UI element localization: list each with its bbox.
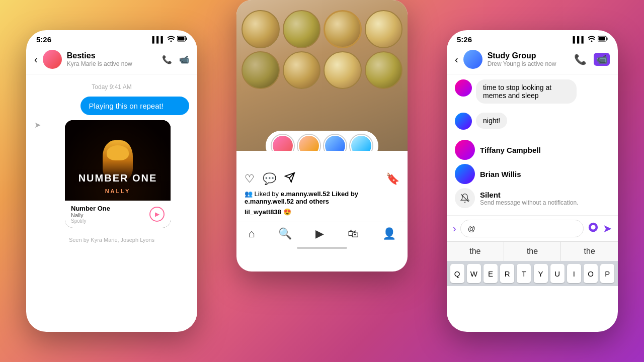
music-art: NUMBER ONENALLY bbox=[65, 120, 171, 201]
record-icon[interactable] bbox=[588, 222, 599, 235]
message-list: time to stop looking at memes and sleep … bbox=[447, 74, 618, 215]
caption-user: lil_wyatt838 bbox=[245, 208, 281, 216]
story-avatar-3[interactable] bbox=[324, 135, 346, 151]
chat-header-info: Besties Kyra Marie is active now bbox=[67, 51, 157, 67]
key-U[interactable]: U bbox=[550, 264, 565, 283]
key-Y[interactable]: Y bbox=[534, 264, 548, 283]
right-video-icon[interactable]: 📹 bbox=[594, 53, 610, 66]
signal-icon: ▌▌▌ bbox=[152, 36, 165, 43]
header-actions: 📞 📹 bbox=[162, 55, 189, 64]
nav-home[interactable]: ⌂ bbox=[248, 227, 255, 240]
music-card: NUMBER ONENALLY Number One Nally Spotify… bbox=[65, 120, 171, 228]
right-back-button[interactable]: ‹ bbox=[455, 54, 458, 65]
music-card-info: Number One Nally Spotify ▶ bbox=[65, 201, 171, 228]
ig-liked: 👥 Liked by e.manny.well.52 Liked by e.ma… bbox=[236, 189, 408, 207]
cheese-6 bbox=[283, 51, 321, 89]
msg-avatar-2 bbox=[455, 113, 472, 130]
cheese-grid bbox=[236, 0, 408, 99]
caption-emoji: 😍 bbox=[283, 208, 291, 216]
right-header-actions: 📞 📹 bbox=[574, 53, 610, 66]
suggestion-3[interactable]: the bbox=[561, 242, 618, 261]
home-bar bbox=[297, 247, 347, 249]
phone-icon[interactable]: 📞 bbox=[162, 55, 172, 64]
video-icon[interactable]: 📹 bbox=[179, 55, 189, 64]
message-input[interactable]: @ bbox=[460, 220, 584, 237]
key-T[interactable]: T bbox=[517, 264, 531, 283]
right-status-bar: 5:26 ▌▌▌ bbox=[447, 30, 618, 46]
key-Q[interactable]: Q bbox=[450, 264, 464, 283]
input-row: › @ ➤ bbox=[447, 215, 618, 241]
song-title-overlay: NUMBER ONENALLY bbox=[65, 172, 171, 196]
message-row-1: time to stop looking at memes and sleep bbox=[455, 79, 610, 108]
song-artist: Nally bbox=[71, 212, 110, 218]
nav-reels[interactable]: ▶ bbox=[315, 227, 324, 240]
date-label: Today 9:41 AM bbox=[34, 83, 189, 90]
ig-caption: lil_wyatt838 😍 bbox=[236, 207, 408, 219]
contact-brian: Brian Willis bbox=[455, 162, 610, 186]
suggestion-1[interactable]: the bbox=[447, 242, 504, 261]
artist-overlay: NALLY bbox=[105, 188, 131, 194]
ig-nav: ⌂ 🔍 ▶ 🛍 👤 bbox=[236, 222, 408, 243]
key-E[interactable]: E bbox=[484, 264, 498, 283]
silent-info: Silent Send message without a notificati… bbox=[480, 191, 578, 206]
brian-avatar bbox=[455, 164, 475, 184]
brian-name: Brian Willis bbox=[480, 170, 521, 178]
left-status-bar: 5:26 ▌▌▌ bbox=[26, 30, 197, 46]
right-phone-icon[interactable]: 📞 bbox=[574, 53, 587, 65]
left-time: 5:26 bbox=[36, 35, 51, 44]
liked-user: e.manny.well.52 bbox=[281, 190, 330, 198]
svg-rect-1 bbox=[186, 38, 187, 40]
cheese-2 bbox=[283, 10, 321, 48]
tiffany-name: Tiffany Campbell bbox=[480, 146, 541, 154]
cheese-8 bbox=[365, 51, 403, 89]
left-status-icons: ▌▌▌ bbox=[152, 36, 187, 43]
story-avatar-2[interactable] bbox=[298, 135, 320, 151]
song-source: Spotify bbox=[71, 218, 110, 224]
battery-icon-right bbox=[598, 36, 608, 43]
story-avatar-4[interactable] bbox=[350, 135, 372, 151]
nav-search[interactable]: 🔍 bbox=[278, 227, 292, 240]
key-R[interactable]: R bbox=[500, 264, 514, 283]
share-icon[interactable] bbox=[284, 172, 295, 186]
svg-rect-4 bbox=[607, 38, 608, 40]
back-button[interactable]: ‹ bbox=[34, 54, 38, 65]
comment-icon[interactable]: 💬 bbox=[263, 172, 276, 186]
chat-status: Kyra Marie is active now bbox=[67, 60, 157, 67]
message-bubble-2: night! bbox=[476, 113, 507, 129]
key-O[interactable]: O bbox=[584, 264, 598, 283]
left-phone: 5:26 ▌▌▌ ‹ Besties Kyra Marie is active … bbox=[26, 30, 197, 332]
silent-row: Silent Send message without a notificati… bbox=[455, 186, 610, 210]
nav-shop[interactable]: 🛍 bbox=[348, 227, 359, 240]
key-I[interactable]: I bbox=[567, 264, 581, 283]
story-avatar-1[interactable] bbox=[272, 135, 294, 151]
cheese-7 bbox=[324, 51, 362, 89]
group-status: Drew Young is active now bbox=[488, 60, 569, 67]
group-avatar bbox=[463, 50, 482, 69]
input-value: @ bbox=[468, 224, 475, 233]
right-chat-header-info: Study Group Drew Young is active now bbox=[488, 51, 569, 67]
right-time: 5:26 bbox=[457, 35, 472, 44]
tiffany-avatar bbox=[455, 140, 475, 160]
stories-row bbox=[266, 131, 378, 151]
expand-icon[interactable]: › bbox=[453, 223, 456, 234]
key-P[interactable]: P bbox=[600, 264, 614, 283]
silent-title: Silent bbox=[480, 191, 578, 199]
nav-profile[interactable]: 👤 bbox=[382, 227, 396, 240]
right-phone: 5:26 ▌▌▌ ‹ Study Group Drew Young is act… bbox=[447, 30, 618, 332]
ig-actions: ♡ 💬 🔖 bbox=[236, 166, 408, 189]
keyboard-suggestions: the the the bbox=[447, 241, 618, 261]
suggestion-2[interactable]: the bbox=[504, 242, 561, 261]
center-phone: ♡ 💬 🔖 👥 Liked by e.manny.well.52 Liked b… bbox=[236, 0, 408, 272]
key-W[interactable]: W bbox=[467, 264, 481, 283]
send-button[interactable]: ➤ bbox=[603, 222, 612, 235]
play-button[interactable]: ▶ bbox=[149, 207, 165, 222]
home-indicator bbox=[236, 243, 408, 252]
svg-rect-5 bbox=[599, 37, 605, 41]
cheese-4 bbox=[365, 10, 403, 48]
message-row-2: night! bbox=[455, 113, 610, 133]
like-icon[interactable]: ♡ bbox=[245, 172, 255, 186]
wifi-icon bbox=[168, 36, 175, 43]
send-icon-small: ➤ bbox=[34, 120, 41, 130]
cheese-1 bbox=[242, 10, 280, 48]
bookmark-icon[interactable]: 🔖 bbox=[386, 172, 399, 186]
